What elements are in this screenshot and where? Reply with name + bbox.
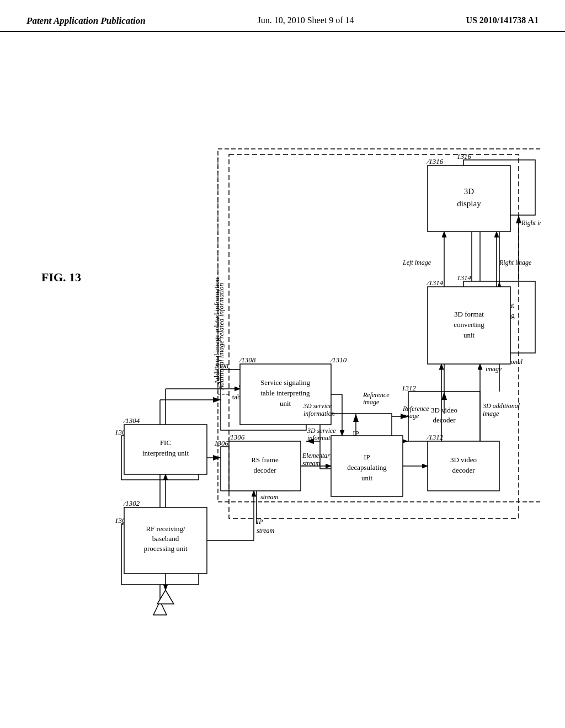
svg-text:Service signaling: Service signaling (260, 378, 310, 387)
svg-text:unit: unit (463, 331, 475, 339)
svg-text:∕1316: ∕1316 (426, 157, 444, 165)
svg-text:interpreting unit: interpreting unit (142, 449, 189, 457)
svg-text:information: information (303, 410, 335, 417)
svg-text:display: display (457, 199, 481, 208)
main-diagram: RF receiving/ baseband processing unit ∕… (121, 72, 541, 706)
svg-text:3D additional: 3D additional (482, 402, 520, 410)
svg-text:unit: unit (280, 399, 291, 408)
svg-text:∕1306: ∕1306 (227, 433, 245, 441)
svg-text:image: image (403, 412, 419, 420)
svg-text:∕1314: ∕1314 (426, 279, 444, 287)
svg-text:Left image: Left image (402, 259, 431, 266)
svg-text:decapsulating: decapsulating (347, 463, 387, 472)
svg-text:processing unit: processing unit (143, 544, 187, 553)
svg-text:∕1304: ∕1304 (122, 416, 140, 425)
svg-text:Elementary: Elementary (302, 452, 333, 459)
svg-text:3D: 3D (464, 187, 475, 196)
svg-text:image: image (483, 410, 499, 417)
svg-text:Right image: Right image (499, 259, 532, 266)
svg-text:∕1308: ∕1308 (238, 356, 256, 364)
svg-text:∕1312: ∕1312 (426, 433, 444, 441)
svg-text:stream: stream (257, 527, 275, 534)
svg-text:3D video: 3D video (450, 456, 477, 464)
svg-text:Reference: Reference (402, 405, 429, 413)
svg-text:3D format: 3D format (454, 310, 484, 318)
svg-text:decoder: decoder (452, 466, 475, 474)
svg-text:converting: converting (454, 320, 484, 329)
patent-number: US 2010/141738 A1 (466, 15, 539, 25)
svg-marker-98 (157, 590, 174, 604)
publication-title: Patent Application Publication (26, 15, 146, 26)
svg-text:∕1310: ∕1310 (329, 356, 347, 364)
svg-text:IP: IP (364, 453, 370, 461)
svg-text:3D service: 3D service (303, 402, 332, 410)
svg-text:RF receiving/: RF receiving/ (146, 524, 185, 533)
svg-text:∕1302: ∕1302 (122, 499, 140, 507)
svg-text:stream: stream (302, 459, 321, 467)
svg-text:RS frame: RS frame (251, 456, 279, 464)
svg-text:FIC: FIC (160, 438, 171, 447)
svg-rect-152 (428, 165, 510, 232)
svg-text:baseband: baseband (152, 534, 179, 543)
svg-text:unit: unit (361, 474, 373, 482)
svg-text:decoder: decoder (253, 466, 276, 474)
svg-text:IP: IP (256, 518, 263, 526)
figure-label: FIG. 13 (41, 270, 81, 285)
svg-text:table interpreting: table interpreting (260, 389, 310, 397)
sheet-info: Jun. 10, 2010 Sheet 9 of 14 (257, 15, 354, 25)
page-header: Patent Application Publication Jun. 10, … (0, 0, 565, 32)
